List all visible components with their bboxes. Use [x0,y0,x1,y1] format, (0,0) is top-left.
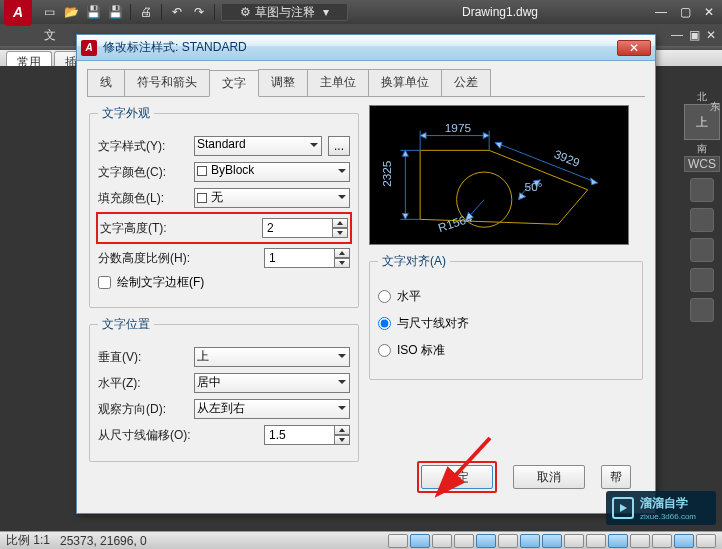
group-text-alignment: 文字对齐(A) 水平 与尺寸线对齐 ISO 标准 [369,253,643,380]
label-view-direction: 观察方向(D): [98,401,188,418]
svg-marker-5 [339,438,345,442]
status-btn-2[interactable] [410,534,430,548]
workspace-selector[interactable]: ⚙ 草图与注释 ▾ [221,3,348,21]
help-button[interactable]: 帮 [601,465,631,489]
dialog-buttons: 确定 取消 帮 [417,461,631,493]
status-btn-1[interactable] [388,534,408,548]
scale-label[interactable]: 比例 1:1 [6,532,50,549]
status-btn-6[interactable] [498,534,518,548]
dimstyle-dialog: A 修改标注样式: STANDARD ✕ 线 符号和箭头 文字 调整 主单位 换… [76,34,656,514]
svg-marker-31 [620,504,627,512]
wcs-indicator[interactable]: WCS [684,156,720,172]
app-logo[interactable]: A [4,0,32,26]
fraction-scale-input[interactable] [264,248,334,268]
status-btn-3[interactable] [432,534,452,548]
orbit-icon[interactable] [690,178,714,202]
zoom-icon[interactable] [690,238,714,262]
maximize-icon[interactable]: ▢ [676,3,694,21]
svg-marker-16 [402,213,408,219]
text-style-more-button[interactable]: ... [328,136,350,156]
label-align-iso: ISO 标准 [397,342,445,359]
dialog-title: 修改标注样式: STANDARD [103,39,247,56]
fill-color-select[interactable]: 无 [194,188,350,208]
dialog-app-icon: A [81,40,97,56]
spinner-up-icon[interactable] [332,218,348,228]
svg-marker-2 [339,251,345,255]
nav-tools: 北 上 东 南 WCS [684,90,720,328]
horizontal-select[interactable]: 居中 [194,373,350,393]
svg-text:1975: 1975 [445,121,472,135]
vertical-select[interactable]: 上 [194,347,350,367]
tab-fit[interactable]: 调整 [258,69,308,96]
svg-marker-1 [337,231,343,235]
label-text-style: 文字样式(Y): [98,138,188,155]
offset-spinner[interactable] [264,425,350,445]
new-icon[interactable]: ▭ [40,3,58,21]
label-text-color: 文字颜色(C): [98,164,188,181]
align-with-dimline-radio[interactable] [378,317,391,330]
align-iso-radio[interactable] [378,344,391,357]
status-btn-11[interactable] [608,534,628,548]
text-style-select[interactable]: Standard [194,136,322,156]
doc-close-icon[interactable]: ✕ [706,28,716,42]
close-app-icon[interactable]: ✕ [700,3,718,21]
status-btn-10[interactable] [586,534,606,548]
fraction-scale-spinner[interactable] [264,248,350,268]
status-btn-13[interactable] [652,534,672,548]
showmotion-icon[interactable] [690,298,714,322]
dialog-titlebar[interactable]: A 修改标注样式: STANDARD ✕ [77,35,655,61]
spinner-down-icon[interactable] [334,258,350,268]
document-title: Drawing1.dwg [352,5,648,19]
svg-marker-0 [337,221,343,225]
spinner-down-icon[interactable] [332,228,348,238]
offset-input[interactable] [264,425,334,445]
open-icon[interactable]: 📂 [62,3,80,21]
tab-lines[interactable]: 线 [87,69,125,96]
align-horizontal-radio[interactable] [378,290,391,303]
svg-text:50°: 50° [525,180,543,194]
label-align-horizontal: 水平 [397,288,421,305]
cancel-button[interactable]: 取消 [513,465,585,489]
save-icon[interactable]: 💾 [84,3,102,21]
minimize-icon[interactable]: — [652,3,670,21]
spinner-down-icon[interactable] [334,435,350,445]
text-height-input[interactable] [262,218,332,238]
play-icon [612,497,634,519]
svg-text:2325: 2325 [380,160,394,187]
doc-restore-icon[interactable]: ▣ [689,28,700,42]
label-horizontal: 水平(Z): [98,375,188,392]
text-color-select[interactable]: ByBlock [194,162,350,182]
highlight-ok-button: 确定 [417,461,497,493]
spinner-up-icon[interactable] [334,425,350,435]
text-height-spinner[interactable] [262,218,348,238]
pan-icon[interactable] [690,208,714,232]
text-frame-checkbox[interactable] [98,276,111,289]
tab-primary[interactable]: 主单位 [307,69,369,96]
status-btn-9[interactable] [564,534,584,548]
close-icon[interactable]: ✕ [617,40,651,56]
undo-icon[interactable]: ↶ [168,3,186,21]
status-btn-7[interactable] [520,534,540,548]
print-icon[interactable]: 🖨 [137,3,155,21]
doc-minimize-icon[interactable]: — [671,28,683,42]
compass-south: 南 [684,142,720,156]
status-btn-14[interactable] [674,534,694,548]
status-btn-12[interactable] [630,534,650,548]
tab-tolerance[interactable]: 公差 [441,69,491,96]
steering-icon[interactable] [690,268,714,292]
label-text-height: 文字高度(T): [100,220,190,237]
saveas-icon[interactable]: 💾 [106,3,124,21]
group-text-position: 文字位置 垂直(V): 上 水平(Z): 居中 观察方向(D): 从左到右 从 [89,316,359,462]
status-btn-15[interactable] [696,534,716,548]
redo-icon[interactable]: ↷ [190,3,208,21]
status-btn-4[interactable] [454,534,474,548]
view-direction-select[interactable]: 从左到右 [194,399,350,419]
tab-alternate[interactable]: 换算单位 [368,69,442,96]
spinner-up-icon[interactable] [334,248,350,258]
status-btn-8[interactable] [542,534,562,548]
tab-text[interactable]: 文字 [209,70,259,97]
watermark-badge: 溜溜自学 zixue.3d66.com [606,491,716,525]
tab-symbols[interactable]: 符号和箭头 [124,69,210,96]
ok-button[interactable]: 确定 [421,465,493,489]
status-btn-5[interactable] [476,534,496,548]
